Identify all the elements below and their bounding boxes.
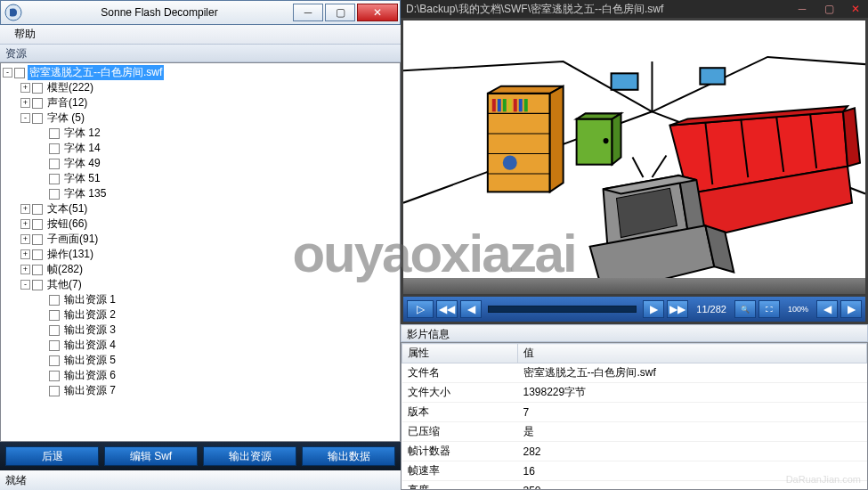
tree-text[interactable]: +文本(51) (3, 201, 398, 216)
flash-preview (403, 20, 865, 294)
menu-help[interactable]: 帮助 (7, 25, 43, 44)
table-row[interactable]: 帧速率16 (402, 461, 867, 481)
step-fwd-button[interactable]: ▶ (643, 300, 664, 318)
edit-button[interactable]: 编辑 Swf (104, 446, 198, 466)
maximize-button[interactable]: ▢ (325, 4, 355, 21)
player-controls: ▷ ◀◀ ◀ ▶ ▶▶ 11/282 🔍 ⛶ 100% ◀ ▶ (403, 297, 865, 322)
svg-point-25 (604, 138, 609, 143)
tree-other-item[interactable]: 输出资源 6 (3, 368, 398, 383)
titlebar: Sonne Flash Decompiler ─ ▢ ✕ (0, 0, 401, 25)
expand-icon[interactable]: + (20, 265, 30, 274)
expand-icon[interactable]: + (20, 98, 30, 108)
back-button[interactable]: 后退 (5, 446, 99, 466)
expand-icon[interactable]: + (20, 234, 30, 244)
preview-titlebar: D:\Backup\我的文档\SWF\密室逃脱之五--白色房间.swf ─ ▢ … (401, 0, 868, 18)
svg-point-21 (503, 155, 517, 169)
svg-rect-17 (508, 99, 512, 111)
properties-table[interactable]: 属性值 文件名密室逃脱之五--白色房间.swf文件大小1398229字节版本7已… (401, 342, 868, 490)
svg-rect-19 (519, 99, 523, 111)
svg-marker-24 (612, 113, 621, 164)
svg-rect-15 (498, 99, 501, 111)
svg-rect-6 (700, 68, 725, 84)
action-buttons: 后退 编辑 Swf 输出资源 输出数据 (0, 442, 401, 470)
tree-action[interactable]: +操作(131) (3, 247, 398, 262)
zoom-button[interactable]: 🔍 (734, 300, 756, 318)
table-row[interactable]: 版本7 (402, 403, 867, 422)
expand-icon[interactable]: + (20, 249, 30, 259)
app-icon (1, 0, 26, 25)
tree-other-item[interactable]: 输出资源 7 (3, 383, 398, 398)
tree-font-item[interactable]: 字体 51 (3, 171, 398, 186)
prev-button[interactable]: ◀ (816, 300, 838, 318)
col-property[interactable]: 属性 (402, 344, 518, 363)
next-button[interactable]: ▶ (840, 300, 862, 318)
frame-counter: 11/282 (696, 304, 726, 314)
file-path: D:\Backup\我的文档\SWF\密室逃脱之五--白色房间.swf (406, 2, 788, 17)
tree-font[interactable]: -字体 (5) (3, 110, 398, 126)
tree-button[interactable]: +按钮(66) (3, 216, 398, 232)
table-row[interactable]: 已压缩是 (402, 422, 867, 442)
tree-model[interactable]: +模型(222) (3, 80, 398, 95)
tree-other-item[interactable]: 输出资源 1 (3, 292, 398, 307)
max-icon[interactable]: ▢ (816, 2, 841, 16)
tree-other-item[interactable]: 输出资源 4 (3, 338, 398, 353)
tree-font-item[interactable]: 字体 135 (3, 186, 398, 201)
collapse-icon[interactable]: - (20, 113, 30, 123)
step-back-button[interactable]: ◀ (460, 300, 482, 318)
tree-other-item[interactable]: 输出资源 2 (3, 307, 398, 323)
table-row[interactable]: 文件大小1398229字节 (402, 383, 867, 403)
fast-fwd-button[interactable]: ▶▶ (667, 300, 688, 318)
col-value[interactable]: 值 (518, 344, 867, 363)
table-row[interactable]: 帧计数器282 (402, 442, 867, 461)
tree-font-item[interactable]: 字体 14 (3, 141, 398, 156)
timeline-scrubber[interactable] (403, 278, 865, 294)
close-icon[interactable]: ✕ (843, 2, 868, 16)
svg-rect-5 (612, 73, 638, 89)
zoom-level: 100% (788, 305, 808, 314)
menubar: 帮助 (0, 25, 401, 45)
tree-sound[interactable]: +声音(12) (3, 95, 398, 110)
resources-header: 资源 (0, 45, 401, 62)
export-data-button[interactable]: 输出数据 (302, 446, 395, 466)
export-res-button[interactable]: 输出资源 (203, 446, 296, 466)
tree-other[interactable]: -其他(7) (3, 277, 398, 292)
window-title: Sonne Flash Decompiler (26, 6, 293, 19)
rewind-button[interactable]: ◀◀ (436, 300, 458, 318)
checkbox[interactable] (14, 68, 25, 78)
minimize-button[interactable]: ─ (293, 4, 323, 21)
tree-frame[interactable]: +帧(282) (3, 262, 398, 277)
expand-icon[interactable]: + (20, 219, 30, 229)
play-button[interactable]: ▷ (407, 300, 434, 318)
svg-rect-16 (503, 99, 507, 111)
tree-sprite[interactable]: +子画面(91) (3, 232, 398, 247)
svg-rect-20 (524, 99, 528, 111)
expand-icon[interactable]: + (20, 204, 30, 214)
progress-bar[interactable] (488, 306, 637, 313)
fit-button[interactable]: ⛶ (758, 300, 780, 318)
tree-root[interactable]: - 密室逃脱之五--白色房间.swf (3, 65, 398, 80)
info-header: 影片信息 (401, 324, 868, 342)
close-button[interactable]: ✕ (357, 4, 398, 21)
tree-other-item[interactable]: 输出资源 3 (3, 323, 398, 338)
svg-rect-14 (492, 99, 496, 111)
svg-rect-18 (514, 99, 517, 111)
collapse-icon[interactable]: - (3, 68, 12, 78)
expand-icon[interactable]: + (20, 83, 30, 93)
tree-font-item[interactable]: 字体 49 (3, 156, 398, 171)
statusbar: 就绪 (0, 470, 401, 490)
collapse-icon[interactable]: - (20, 280, 30, 290)
min-icon[interactable]: ─ (790, 2, 815, 16)
table-row[interactable]: 文件名密室逃脱之五--白色房间.swf (402, 363, 867, 383)
svg-marker-9 (550, 86, 564, 192)
tree-other-item[interactable]: 输出资源 5 (3, 353, 398, 368)
table-row[interactable]: 高度350 (402, 481, 867, 491)
resource-tree[interactable]: - 密室逃脱之五--白色房间.swf +模型(222) +声音(12) -字体 … (0, 62, 401, 442)
tree-font-item[interactable]: 字体 12 (3, 126, 398, 141)
